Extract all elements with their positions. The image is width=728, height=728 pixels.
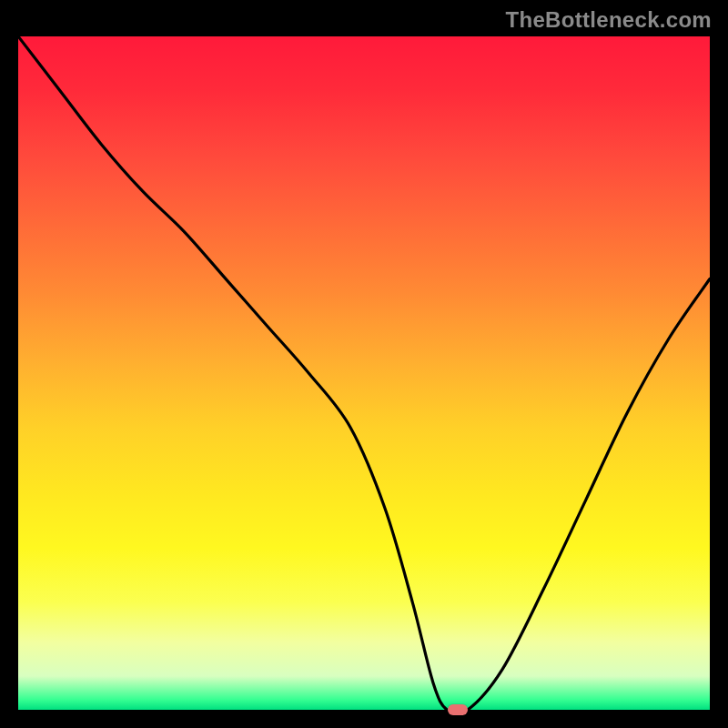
chart-container: TheBottleneck.com xyxy=(0,0,728,728)
curve-layer xyxy=(18,36,710,710)
plot-area xyxy=(18,36,710,710)
optimal-marker xyxy=(448,704,468,715)
watermark-text: TheBottleneck.com xyxy=(506,7,712,33)
bottleneck-curve-path xyxy=(18,36,710,710)
